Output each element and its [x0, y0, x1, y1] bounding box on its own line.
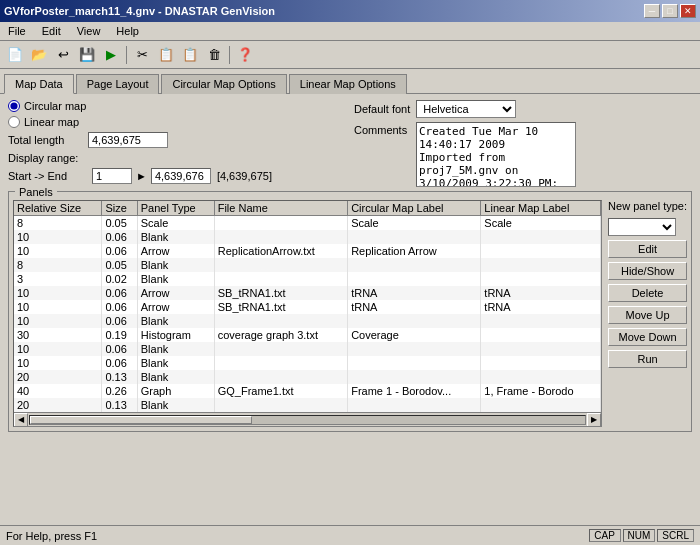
cell-lin-label — [481, 370, 601, 384]
open-button[interactable]: 📂 — [28, 44, 50, 66]
separator-1 — [126, 46, 127, 64]
move-down-button[interactable]: Move Down — [608, 328, 687, 346]
linear-map-label: Linear map — [24, 116, 79, 128]
new-button[interactable]: 📄 — [4, 44, 26, 66]
cell-file — [214, 272, 347, 286]
save-button[interactable]: 💾 — [76, 44, 98, 66]
cell-size: 0.13 — [102, 370, 137, 384]
panels-group: Panels Relative Size Size Panel Type Fil… — [8, 191, 692, 432]
tab-circular-map-options[interactable]: Circular Map Options — [161, 74, 286, 94]
table-row[interactable]: 40 0.26 Graph GQ_Frame1.txt Frame 1 - Bo… — [14, 384, 601, 398]
undo-button[interactable]: ↩ — [52, 44, 74, 66]
top-section: Circular map Linear map Total length Dis… — [8, 100, 692, 187]
table-row[interactable]: 10 0.06 Blank — [14, 356, 601, 370]
default-font-label: Default font — [354, 103, 410, 115]
cell-rel-size: 10 — [14, 356, 102, 370]
cell-rel-size: 10 — [14, 300, 102, 314]
hscroll-left[interactable]: ◀ — [14, 413, 28, 427]
hide-show-button[interactable]: Hide/Show — [608, 262, 687, 280]
cell-size: 0.06 — [102, 314, 137, 328]
table-row[interactable]: 3 0.02 Blank — [14, 272, 601, 286]
table-row[interactable]: 8 0.05 Scale Scale Scale — [14, 216, 601, 231]
comments-textarea[interactable]: Created Tue Mar 10 14:40:17 2009 Importe… — [416, 122, 576, 187]
table-row[interactable]: 30 0.19 Histogram coverage graph 3.txt C… — [14, 328, 601, 342]
circular-map-radio[interactable] — [8, 100, 20, 112]
display-range-label-row: Display range: — [8, 152, 346, 164]
tab-map-data[interactable]: Map Data — [4, 74, 74, 94]
cell-circ-label — [348, 370, 481, 384]
panels-table: Relative Size Size Panel Type File Name … — [14, 201, 601, 412]
font-select[interactable]: Helvetica — [416, 100, 516, 118]
total-length-row: Total length — [8, 132, 346, 148]
table-row[interactable]: 10 0.06 Arrow ReplicationArrow.txt Repli… — [14, 244, 601, 258]
cut-button[interactable]: ✂ — [131, 44, 153, 66]
cell-lin-label — [481, 258, 601, 272]
titlebar: GVforPoster_march11_4.gnv - DNASTAR GenV… — [0, 0, 700, 22]
cell-rel-size: 8 — [14, 258, 102, 272]
table-hscroll[interactable]: ◀ ▶ — [14, 412, 601, 426]
cell-file: coverage graph 3.txt — [214, 328, 347, 342]
panels-table-scroll[interactable]: Relative Size Size Panel Type File Name … — [14, 201, 601, 412]
cell-lin-label — [481, 314, 601, 328]
hscroll-thumb[interactable] — [30, 416, 252, 424]
delete-button[interactable]: 🗑 — [203, 44, 225, 66]
hscroll-track[interactable] — [29, 415, 586, 425]
table-row[interactable]: 10 0.06 Blank — [14, 314, 601, 328]
menu-file[interactable]: File — [4, 24, 30, 38]
move-up-button[interactable]: Move Up — [608, 306, 687, 324]
total-length-input[interactable] — [88, 132, 168, 148]
table-row[interactable]: 10 0.06 Arrow SB_tRNA1.txt tRNA tRNA — [14, 286, 601, 300]
help-button[interactable]: ❓ — [234, 44, 256, 66]
end-value-input[interactable] — [151, 168, 211, 184]
table-row[interactable]: 8 0.05 Blank — [14, 258, 601, 272]
cell-file: SB_tRNA1.txt — [214, 300, 347, 314]
linear-map-option[interactable]: Linear map — [8, 116, 79, 128]
cell-lin-label: tRNA — [481, 300, 601, 314]
cell-rel-size: 8 — [14, 216, 102, 231]
circular-map-option[interactable]: Circular map — [8, 100, 86, 112]
col-circ-label: Circular Map Label — [348, 201, 481, 216]
tab-page-layout[interactable]: Page Layout — [76, 74, 160, 94]
delete-button[interactable]: Delete — [608, 284, 687, 302]
minimize-button[interactable]: ─ — [644, 4, 660, 18]
edit-button[interactable]: Edit — [608, 240, 687, 258]
run-button[interactable]: Run — [608, 350, 687, 368]
maximize-button[interactable]: □ — [662, 4, 678, 18]
cell-rel-size: 40 — [14, 384, 102, 398]
cell-file — [214, 314, 347, 328]
menu-edit[interactable]: Edit — [38, 24, 65, 38]
run-button[interactable]: ▶ — [100, 44, 122, 66]
menu-help[interactable]: Help — [112, 24, 143, 38]
close-button[interactable]: ✕ — [680, 4, 696, 18]
cell-rel-size: 20 — [14, 398, 102, 412]
cell-lin-label — [481, 230, 601, 244]
cell-type: Blank — [137, 342, 214, 356]
cell-size: 0.26 — [102, 384, 137, 398]
cell-lin-label: 1, Frame - Borodo — [481, 384, 601, 398]
table-row[interactable]: 10 0.06 Blank — [14, 342, 601, 356]
copy-button[interactable]: 📋 — [155, 44, 177, 66]
left-column: Circular map Linear map Total length Dis… — [8, 100, 346, 187]
new-panel-type-select[interactable] — [608, 218, 676, 236]
table-row[interactable]: 10 0.06 Blank — [14, 230, 601, 244]
cell-circ-label — [348, 314, 481, 328]
cell-size: 0.05 — [102, 258, 137, 272]
menu-view[interactable]: View — [73, 24, 105, 38]
table-row[interactable]: 20 0.13 Blank — [14, 398, 601, 412]
cell-file: ReplicationArrow.txt — [214, 244, 347, 258]
linear-map-radio[interactable] — [8, 116, 20, 128]
table-row[interactable]: 10 0.06 Arrow SB_tRNA1.txt tRNA tRNA — [14, 300, 601, 314]
cell-circ-label — [348, 230, 481, 244]
tab-linear-map-options[interactable]: Linear Map Options — [289, 74, 407, 94]
cell-size: 0.06 — [102, 230, 137, 244]
cell-file: GQ_Frame1.txt — [214, 384, 347, 398]
hscroll-right[interactable]: ▶ — [587, 413, 601, 427]
circular-map-row: Circular map — [8, 100, 346, 112]
statusbar: For Help, press F1 CAP NUM SCRL — [0, 525, 700, 545]
table-row[interactable]: 20 0.13 Blank — [14, 370, 601, 384]
start-value-input[interactable] — [92, 168, 132, 184]
paste-button[interactable]: 📋 — [179, 44, 201, 66]
main-content: Circular map Linear map Total length Dis… — [0, 94, 700, 438]
cell-circ-label — [348, 398, 481, 412]
cell-rel-size: 20 — [14, 370, 102, 384]
